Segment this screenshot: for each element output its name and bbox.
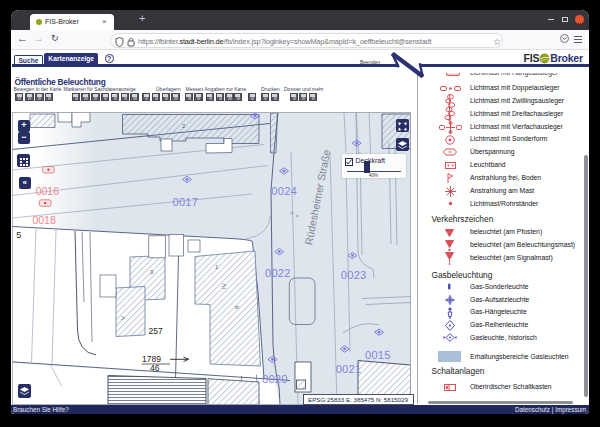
svg-text:0015: 0015 (365, 349, 391, 361)
svg-text:0022: 0022 (265, 266, 291, 278)
svg-text:0017: 0017 (173, 196, 199, 208)
svg-text:IV: IV (221, 283, 227, 289)
svg-text:V: V (120, 315, 126, 319)
svg-text:0021: 0021 (336, 363, 362, 375)
svg-text:46: 46 (150, 363, 160, 373)
svg-text:0023: 0023 (341, 268, 367, 280)
svg-text:0020: 0020 (262, 373, 288, 385)
svg-text:257: 257 (149, 326, 163, 336)
svg-text:0024: 0024 (271, 185, 297, 197)
svg-text:5: 5 (16, 230, 21, 240)
svg-text:0016: 0016 (36, 184, 60, 196)
svg-text:0018: 0018 (32, 214, 56, 226)
